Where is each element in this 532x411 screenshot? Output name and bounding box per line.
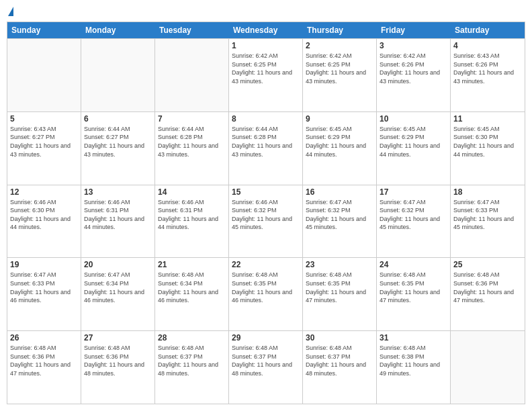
cell-info: Sunrise: 6:48 AMSunset: 6:37 PMDaylight:…: [232, 344, 300, 377]
calendar-cell-26: 26Sunrise: 6:48 AMSunset: 6:36 PMDayligh…: [7, 331, 81, 404]
cell-date: 21: [158, 260, 226, 269]
cell-date: 28: [158, 333, 226, 342]
cell-info: Sunrise: 6:48 AMSunset: 6:36 PMDaylight:…: [84, 344, 152, 377]
cell-info: Sunrise: 6:46 AMSunset: 6:32 PMDaylight:…: [232, 198, 300, 232]
cell-date: 31: [380, 333, 447, 342]
calendar-week-1: 1Sunrise: 6:42 AMSunset: 6:25 PMDaylight…: [7, 38, 525, 111]
cell-info: Sunrise: 6:43 AMSunset: 6:26 PMDaylight:…: [453, 52, 522, 85]
cell-info: Sunrise: 6:42 AMSunset: 6:25 PMDaylight:…: [232, 52, 300, 85]
cell-date: 3: [380, 41, 447, 50]
calendar-week-2: 5Sunrise: 6:43 AMSunset: 6:27 PMDaylight…: [7, 111, 525, 185]
calendar-cell-20: 20Sunrise: 6:47 AMSunset: 6:34 PMDayligh…: [81, 258, 155, 330]
cell-date: 11: [453, 114, 522, 124]
cell-date: 30: [306, 333, 373, 342]
calendar-cell-4: 4Sunrise: 6:43 AMSunset: 6:26 PMDaylight…: [451, 39, 525, 111]
cell-date: 24: [380, 260, 447, 269]
day-header-sunday: Sunday: [7, 22, 81, 38]
cell-date: 22: [232, 260, 300, 269]
cell-date: 27: [84, 333, 152, 342]
cell-info: Sunrise: 6:46 AMSunset: 6:30 PMDaylight:…: [10, 198, 78, 232]
calendar-cell-30: 30Sunrise: 6:48 AMSunset: 6:37 PMDayligh…: [303, 331, 377, 404]
cell-date: 15: [232, 187, 300, 197]
calendar-cell-22: 22Sunrise: 6:48 AMSunset: 6:35 PMDayligh…: [229, 258, 303, 330]
cell-date: 14: [158, 187, 226, 197]
day-header-wednesday: Wednesday: [229, 22, 303, 38]
calendar-cell-24: 24Sunrise: 6:48 AMSunset: 6:35 PMDayligh…: [377, 258, 451, 330]
cell-info: Sunrise: 6:47 AMSunset: 6:32 PMDaylight:…: [306, 198, 373, 232]
calendar-cell-9: 9Sunrise: 6:45 AMSunset: 6:29 PMDaylight…: [303, 112, 377, 185]
header: [7, 7, 525, 17]
day-header-saturday: Saturday: [451, 22, 525, 38]
calendar-cell-23: 23Sunrise: 6:48 AMSunset: 6:35 PMDayligh…: [303, 258, 377, 330]
calendar-cell-2: 2Sunrise: 6:42 AMSunset: 6:25 PMDaylight…: [303, 39, 377, 111]
logo: [7, 7, 13, 17]
calendar-cell-29: 29Sunrise: 6:48 AMSunset: 6:37 PMDayligh…: [229, 331, 303, 404]
cell-date: 12: [10, 187, 78, 197]
calendar-cell-25: 25Sunrise: 6:48 AMSunset: 6:36 PMDayligh…: [451, 258, 525, 330]
calendar-cell-empty-0-2: [155, 39, 229, 111]
calendar-body: 1Sunrise: 6:42 AMSunset: 6:25 PMDaylight…: [7, 38, 525, 404]
cell-info: Sunrise: 6:48 AMSunset: 6:36 PMDaylight:…: [453, 271, 522, 304]
calendar: SundayMondayTuesdayWednesdayThursdayFrid…: [7, 21, 525, 404]
calendar-cell-empty-0-0: [7, 39, 81, 111]
cell-info: Sunrise: 6:48 AMSunset: 6:37 PMDaylight:…: [158, 344, 226, 377]
cell-info: Sunrise: 6:43 AMSunset: 6:27 PMDaylight:…: [10, 125, 78, 158]
cell-date: 19: [10, 260, 78, 269]
day-header-tuesday: Tuesday: [155, 22, 229, 38]
calendar-cell-1: 1Sunrise: 6:42 AMSunset: 6:25 PMDaylight…: [229, 39, 303, 111]
cell-date: 2: [306, 41, 373, 50]
cell-date: 26: [10, 333, 78, 342]
calendar-cell-empty-4-6: [451, 331, 525, 404]
cell-date: 23: [306, 260, 373, 269]
calendar-cell-empty-0-1: [81, 39, 155, 111]
cell-info: Sunrise: 6:48 AMSunset: 6:37 PMDaylight:…: [306, 344, 373, 377]
cell-date: 13: [84, 187, 152, 197]
page: SundayMondayTuesdayWednesdayThursdayFrid…: [0, 0, 532, 411]
cell-info: Sunrise: 6:45 AMSunset: 6:30 PMDaylight:…: [453, 125, 522, 158]
calendar-cell-5: 5Sunrise: 6:43 AMSunset: 6:27 PMDaylight…: [7, 112, 81, 185]
cell-date: 6: [84, 114, 152, 124]
cell-info: Sunrise: 6:47 AMSunset: 6:33 PMDaylight:…: [10, 271, 78, 304]
day-header-monday: Monday: [81, 22, 155, 38]
cell-date: 17: [380, 187, 447, 197]
cell-date: 25: [453, 260, 522, 269]
cell-date: 7: [158, 114, 226, 124]
calendar-cell-6: 6Sunrise: 6:44 AMSunset: 6:27 PMDaylight…: [81, 112, 155, 185]
calendar-cell-21: 21Sunrise: 6:48 AMSunset: 6:34 PMDayligh…: [155, 258, 229, 330]
cell-date: 4: [453, 41, 522, 50]
calendar-cell-19: 19Sunrise: 6:47 AMSunset: 6:33 PMDayligh…: [7, 258, 81, 330]
calendar-cell-3: 3Sunrise: 6:42 AMSunset: 6:26 PMDaylight…: [377, 39, 451, 111]
calendar-cell-16: 16Sunrise: 6:47 AMSunset: 6:32 PMDayligh…: [303, 185, 377, 258]
cell-info: Sunrise: 6:45 AMSunset: 6:29 PMDaylight:…: [380, 125, 447, 158]
cell-info: Sunrise: 6:46 AMSunset: 6:31 PMDaylight:…: [158, 198, 226, 232]
cell-info: Sunrise: 6:48 AMSunset: 6:38 PMDaylight:…: [380, 344, 447, 377]
cell-date: 16: [306, 187, 373, 197]
calendar-cell-12: 12Sunrise: 6:46 AMSunset: 6:30 PMDayligh…: [7, 185, 81, 258]
cell-info: Sunrise: 6:48 AMSunset: 6:35 PMDaylight:…: [232, 271, 300, 304]
cell-date: 1: [232, 41, 300, 50]
logo-triangle-icon: [8, 7, 13, 16]
calendar-cell-10: 10Sunrise: 6:45 AMSunset: 6:29 PMDayligh…: [377, 112, 451, 185]
calendar-cell-8: 8Sunrise: 6:44 AMSunset: 6:28 PMDaylight…: [229, 112, 303, 185]
cell-info: Sunrise: 6:48 AMSunset: 6:34 PMDaylight:…: [158, 271, 226, 304]
cell-date: 18: [453, 187, 522, 197]
calendar-cell-28: 28Sunrise: 6:48 AMSunset: 6:37 PMDayligh…: [155, 331, 229, 404]
calendar-cell-15: 15Sunrise: 6:46 AMSunset: 6:32 PMDayligh…: [229, 185, 303, 258]
calendar-week-5: 26Sunrise: 6:48 AMSunset: 6:36 PMDayligh…: [7, 330, 525, 404]
cell-info: Sunrise: 6:48 AMSunset: 6:35 PMDaylight:…: [380, 271, 447, 304]
cell-date: 8: [232, 114, 300, 124]
cell-info: Sunrise: 6:48 AMSunset: 6:36 PMDaylight:…: [10, 344, 78, 377]
day-header-thursday: Thursday: [303, 22, 377, 38]
calendar-cell-18: 18Sunrise: 6:47 AMSunset: 6:33 PMDayligh…: [451, 185, 525, 258]
cell-date: 20: [84, 260, 152, 269]
cell-info: Sunrise: 6:48 AMSunset: 6:35 PMDaylight:…: [306, 271, 373, 304]
calendar-cell-17: 17Sunrise: 6:47 AMSunset: 6:32 PMDayligh…: [377, 185, 451, 258]
cell-info: Sunrise: 6:44 AMSunset: 6:27 PMDaylight:…: [84, 125, 152, 158]
cell-info: Sunrise: 6:44 AMSunset: 6:28 PMDaylight:…: [158, 125, 226, 158]
cell-info: Sunrise: 6:44 AMSunset: 6:28 PMDaylight:…: [232, 125, 300, 158]
calendar-cell-13: 13Sunrise: 6:46 AMSunset: 6:31 PMDayligh…: [81, 185, 155, 258]
cell-info: Sunrise: 6:45 AMSunset: 6:29 PMDaylight:…: [306, 125, 373, 158]
cell-date: 10: [380, 114, 447, 124]
calendar-header: SundayMondayTuesdayWednesdayThursdayFrid…: [7, 22, 525, 38]
calendar-cell-27: 27Sunrise: 6:48 AMSunset: 6:36 PMDayligh…: [81, 331, 155, 404]
